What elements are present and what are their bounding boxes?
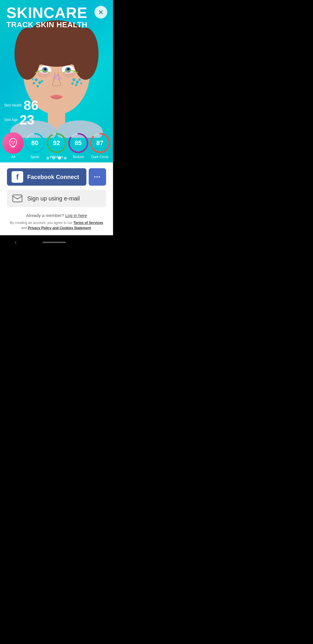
- terms-of-service-link[interactable]: Terms of Services: [73, 221, 103, 225]
- svg-rect-47: [13, 195, 22, 202]
- circle-texture-value: 85: [75, 139, 82, 147]
- facebook-connect-button[interactable]: f Facebook Connect: [7, 168, 86, 186]
- login-text: Already a member? Log in here: [26, 213, 87, 218]
- svg-point-14: [67, 68, 70, 70]
- circle-spots[interactable]: 80 Spots: [24, 132, 46, 159]
- skin-health-label: Skin Health: [4, 103, 22, 107]
- hero-section: SKINCARE TRACK SKIN HEALTH: [0, 0, 113, 162]
- facebook-connect-label: Facebook Connect: [27, 174, 79, 180]
- login-link[interactable]: Log in here: [65, 213, 87, 218]
- email-signup-button[interactable]: Sign up using e-mail: [7, 190, 106, 207]
- more-icon: •••: [94, 174, 101, 180]
- back-button[interactable]: ‹: [14, 238, 17, 246]
- circle-all[interactable]: All: [2, 132, 24, 159]
- svg-point-38: [14, 141, 15, 142]
- dot-2[interactable]: [52, 157, 55, 160]
- dot-3[interactable]: [58, 157, 61, 160]
- svg-point-36: [10, 138, 17, 146]
- skin-age-value: 23: [19, 113, 34, 126]
- circle-spots-value: 80: [31, 139, 38, 147]
- screen: SKINCARE TRACK SKIN HEALTH: [0, 0, 113, 249]
- svg-point-37: [11, 141, 12, 142]
- page-dots: [46, 157, 67, 160]
- more-options-button[interactable]: •••: [89, 168, 106, 186]
- home-indicator[interactable]: [43, 242, 66, 243]
- facebook-icon-box: f: [12, 171, 23, 183]
- close-button[interactable]: [94, 6, 107, 19]
- hero-title-block: SKINCARE TRACK SKIN HEALTH: [6, 5, 88, 29]
- circle-all-label: All: [11, 155, 15, 159]
- terms-text: By creating an account, you agree to our…: [7, 220, 106, 231]
- circle-texture[interactable]: 85 Texture: [68, 132, 89, 159]
- svg-point-13: [44, 68, 46, 70]
- email-icon: [12, 195, 22, 202]
- circle-dark-circle[interactable]: 87 Dark Circle: [89, 132, 111, 159]
- facebook-icon: f: [16, 173, 19, 182]
- svg-point-16: [63, 72, 76, 77]
- dot-4[interactable]: [64, 157, 67, 160]
- circle-texture-label: Texture: [72, 155, 84, 159]
- svg-point-15: [37, 72, 50, 77]
- circle-wrinkles-value: 92: [53, 139, 60, 147]
- skin-age-label: Skin Age: [4, 118, 18, 122]
- circle-wrinkles[interactable]: 92 Wrinkles: [46, 132, 67, 159]
- bottom-section: f Facebook Connect ••• Sign up using e-m…: [0, 162, 113, 235]
- email-icon-box: [12, 193, 23, 204]
- app-subtitle: TRACK SKIN HEALTH: [6, 20, 88, 29]
- skin-metrics: Skin Health 86 Skin Age 23: [4, 99, 39, 128]
- circle-dark-circle-label: Dark Circle: [91, 155, 108, 159]
- nav-bar: ‹: [0, 235, 113, 249]
- dot-1[interactable]: [46, 157, 49, 160]
- app-title: SKINCARE: [6, 5, 88, 20]
- facebook-button-row: f Facebook Connect •••: [7, 168, 106, 186]
- circle-dark-circle-value: 87: [96, 139, 103, 147]
- circle-spots-label: Spots: [30, 155, 39, 159]
- email-signup-label: Sign up using e-mail: [27, 195, 80, 202]
- privacy-policy-link[interactable]: Privacy Policy and Cookies Statement: [28, 226, 91, 230]
- skin-health-value: 86: [23, 99, 38, 112]
